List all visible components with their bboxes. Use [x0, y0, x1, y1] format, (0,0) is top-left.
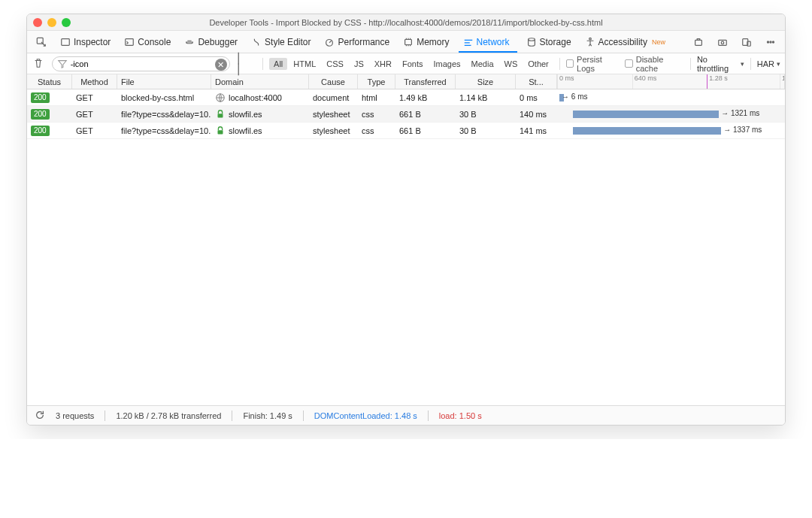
cell-type: html: [358, 89, 395, 105]
throttle-label: No throttling: [697, 55, 738, 73]
cell-method: GET: [72, 106, 117, 122]
chevron-down-icon: ▾: [777, 60, 780, 68]
type-filters: All HTML CSS JS XHR Fonts Images Media W…: [269, 58, 553, 70]
panel-tabs: Inspector Console Debugger Style Editor …: [27, 31, 785, 53]
cell-file: file?type=css&delay=10...: [117, 123, 211, 138]
persist-logs-toggle[interactable]: Persist Logs: [566, 55, 620, 73]
tab-label: Storage: [540, 37, 571, 47]
cell-cause: document: [309, 89, 358, 105]
filter-media[interactable]: Media: [467, 58, 498, 70]
tab-label: Console: [138, 37, 171, 47]
col-transferred[interactable]: Transferred: [395, 74, 456, 89]
window-title: Developer Tools - Import Blocked by CSS …: [27, 18, 785, 27]
filter-fonts[interactable]: Fonts: [398, 58, 428, 70]
tab-style-editor[interactable]: Style Editor: [247, 35, 315, 49]
cell-size: 30 B: [456, 123, 516, 138]
status-finish: Finish: 1.49 s: [243, 411, 292, 420]
persist-label: Persist Logs: [577, 55, 619, 73]
pick-element-button[interactable]: [32, 35, 51, 49]
column-headers: Status Method File Domain Cause Type Tra…: [27, 74, 785, 89]
col-waterfall: 0 ms640 ms1.28 s1.: [557, 74, 785, 89]
lock-icon: [215, 109, 226, 120]
tab-label: Style Editor: [265, 37, 311, 47]
cell-size: 30 B: [456, 106, 516, 122]
cell-type: css: [358, 123, 395, 138]
col-size[interactable]: Size: [456, 74, 516, 89]
filter-all[interactable]: All: [269, 58, 287, 70]
col-domain[interactable]: Domain: [211, 74, 309, 89]
screenshot-button[interactable]: [713, 35, 732, 49]
tab-memory[interactable]: Memory: [398, 35, 453, 49]
svg-point-9: [721, 41, 724, 44]
globe-icon: [215, 92, 226, 103]
svg-point-13: [770, 41, 771, 42]
filter-other[interactable]: Other: [523, 58, 553, 70]
table-row[interactable]: 200GETfile?type=css&delay=10...slowfil.e…: [27, 123, 785, 139]
minimize-icon[interactable]: [47, 18, 56, 27]
status-load: load: 1.50 s: [439, 411, 482, 420]
maximize-icon[interactable]: [62, 18, 71, 27]
cell-time: 0 ms: [516, 89, 557, 105]
request-rows: 200GETblocked-by-css.htmllocalhost:4000d…: [27, 89, 785, 405]
table-row[interactable]: 200GETfile?type=css&delay=10...slowfil.e…: [27, 106, 785, 123]
filter-html[interactable]: HTML: [289, 58, 320, 70]
col-file[interactable]: File: [117, 74, 211, 89]
tab-debugger[interactable]: Debugger: [180, 35, 242, 49]
timeline-tick: 1.: [780, 74, 785, 89]
status-requests: 3 requests: [56, 411, 94, 420]
traffic-lights: [33, 18, 71, 27]
svg-rect-4: [405, 39, 412, 44]
cell-method: GET: [72, 89, 117, 105]
col-time[interactable]: St...: [516, 74, 557, 89]
status-badge: 200: [31, 126, 50, 136]
reload-icon[interactable]: [35, 410, 45, 422]
filter-images[interactable]: Images: [429, 58, 465, 70]
col-status[interactable]: Status: [27, 74, 72, 89]
filter-input-wrap: ✕: [52, 56, 230, 71]
col-cause[interactable]: Cause: [309, 74, 358, 89]
har-label: HAR: [757, 59, 774, 68]
responsive-design-button[interactable]: [737, 35, 756, 49]
disable-label: Disable cache: [636, 55, 684, 73]
statusbar: 3 requests 1.20 kB / 2.78 kB transferred…: [27, 405, 785, 425]
col-type[interactable]: Type: [358, 74, 395, 89]
devtools-window: Developer Tools - Import Blocked by CSS …: [26, 14, 786, 426]
cell-cause: stylesheet: [309, 123, 358, 138]
har-menu[interactable]: HAR▾: [757, 59, 780, 68]
svg-point-3: [326, 39, 333, 46]
tab-console[interactable]: Console: [120, 35, 175, 49]
cell-time: 141 ms: [516, 123, 557, 138]
table-row[interactable]: 200GETblocked-by-css.htmllocalhost:4000d…: [27, 89, 785, 106]
tab-label: Memory: [417, 37, 449, 47]
timeline-tick: 0 ms: [557, 74, 574, 89]
tab-accessibility[interactable]: AccessibilityNew: [580, 35, 670, 49]
tab-network[interactable]: Network: [459, 35, 517, 49]
filter-css[interactable]: CSS: [322, 58, 348, 70]
pause-button[interactable]: │ │: [236, 53, 257, 75]
svg-point-5: [528, 38, 535, 41]
svg-rect-1: [62, 38, 70, 45]
filter-input[interactable]: [69, 59, 211, 69]
tab-label: Network: [477, 37, 510, 47]
status-transferred: 1.20 kB / 2.78 kB transferred: [116, 411, 221, 420]
kebab-menu-icon[interactable]: [761, 35, 780, 49]
cell-method: GET: [72, 123, 117, 138]
tab-performance[interactable]: Performance: [320, 35, 394, 49]
toolbox-button[interactable]: [689, 35, 708, 49]
svg-rect-16: [218, 114, 223, 117]
tab-label: Accessibility: [598, 37, 647, 47]
clear-button[interactable]: [32, 58, 46, 70]
disable-cache-toggle[interactable]: Disable cache: [625, 55, 684, 73]
tab-storage[interactable]: Storage: [522, 35, 576, 49]
clear-filter-icon[interactable]: ✕: [215, 59, 227, 71]
col-method[interactable]: Method: [72, 74, 117, 89]
svg-rect-17: [218, 130, 223, 134]
status-badge: 200: [31, 109, 50, 120]
filter-js[interactable]: JS: [350, 58, 368, 70]
filter-ws[interactable]: WS: [500, 58, 523, 70]
cell-cause: stylesheet: [309, 106, 358, 122]
tab-inspector[interactable]: Inspector: [56, 35, 115, 49]
close-icon[interactable]: [33, 18, 42, 27]
throttling-select[interactable]: No throttling▾: [697, 55, 744, 73]
filter-xhr[interactable]: XHR: [370, 58, 396, 70]
